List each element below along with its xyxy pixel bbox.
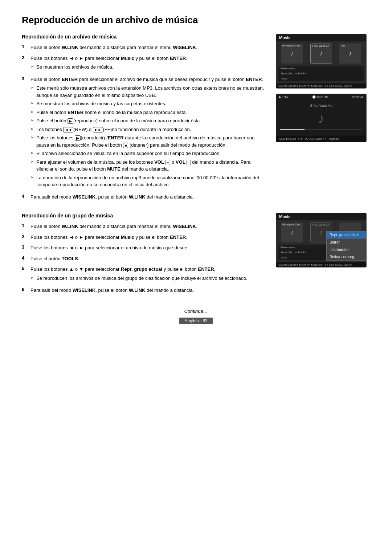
- dropdown-item-4[interactable]: Retirar con seg.: [327, 253, 366, 261]
- music-arriba: Arriba: [278, 76, 364, 81]
- group-pref-label: Preferencias: [281, 246, 295, 249]
- step-text-3: Pulse el botón ENTER para seleccionar el…: [30, 76, 269, 190]
- step-1: 1 Pulse el botón W.LINK del mando a dist…: [22, 44, 269, 51]
- tile1-label: IfEveryone Cant: [282, 44, 301, 47]
- playback-controls: USB ▶Pause ◄ ► TOOLS Opción ↩Regresar: [276, 136, 366, 142]
- sub-bullet-2-1: Se muestran los archivos de música.: [30, 64, 269, 71]
- play-time-icon: 🕐 00:01:15: [312, 95, 328, 99]
- group-tile1-label: IfEveryone Cant: [282, 223, 301, 226]
- playback-screen: ▶ 1/14 🕐 00:01:15 03:06:41 If You Want M…: [276, 94, 367, 142]
- step-text-4: Para salir del modo WISELINK, pulse el b…: [30, 193, 269, 201]
- section2-left: Reproducción de un grupo de música 1 Pul…: [22, 213, 269, 298]
- music-meta-bar: Título G N · J L F S F ·: [278, 71, 364, 76]
- s2-step-1: 1 Pulse el botón W.LINK del mando a dist…: [22, 223, 269, 230]
- s2-step-num-2: 2: [22, 234, 27, 239]
- sub-3-4: Pulse el botón ▶(reproducir) sobre el ic…: [30, 117, 269, 124]
- s2-step-text-1: Pulse el botón W.LINK del mando a distan…: [30, 223, 269, 230]
- tile2-label: If You Want Me: [312, 45, 329, 47]
- step-num-2: 2: [22, 55, 27, 60]
- screen1-body: IfEveryone Cant ♪ If You Want Me ♪ Lies …: [276, 41, 366, 83]
- s2-step-num-4: 4: [22, 255, 27, 261]
- step-text-1: Pulse el botón W.LINK del mando a distan…: [30, 44, 269, 51]
- screen1-bottom-text: USB ■Dispositivo ■Confi rm ■Selección ◄►…: [278, 85, 352, 87]
- screen1-bottom: USB ■Dispositivo ■Confi rm ■Selección ◄►…: [276, 83, 366, 88]
- s2-sub-5-1: Se reproducen los archivos de música del…: [30, 275, 269, 282]
- music-note-2: ♪: [319, 50, 323, 57]
- playback-controls-text: USB ▶Pause ◄ ► TOOLS Opción ↩Regresar: [279, 137, 339, 140]
- s2-step-text-3: Pulse los botones ◄ o ► para seleccionar…: [30, 244, 269, 252]
- group-music-screen: Music IfEveryone Cant ♪ If You Want Me ♪…: [276, 213, 367, 268]
- page-title: Reproducción de un archivo de música: [22, 15, 370, 26]
- dropdown-item-3[interactable]: Información: [327, 246, 366, 253]
- s2-step-text-4: Pulse el botón TOOLS.: [30, 255, 269, 262]
- group-tile-1: IfEveryone Cant ♪: [281, 222, 303, 242]
- step-4: 4 Para salir del modo WISELINK, pulse el…: [22, 193, 269, 201]
- step-2: 2 Pulse los botones ◄ o ► para seleccion…: [22, 55, 269, 72]
- tools-dropdown: Repr. grupo actual Borrar Información Re…: [326, 231, 366, 261]
- group-titulo: Título G N · J L F S F ·: [281, 251, 306, 254]
- s2-step-5: 5 Pulse los botones ▲ o ▼ para seleccion…: [22, 266, 269, 283]
- info-label: Preferencias: [281, 67, 295, 70]
- s2-step-num-1: 1: [22, 223, 27, 228]
- step-num-3: 3: [22, 76, 27, 81]
- music-tiles: IfEveryone Cant ♪ If You Want Me ♪ Lies …: [278, 44, 364, 64]
- s2-step-2: 2 Pulse los botones ◄ o ► para seleccion…: [22, 234, 269, 241]
- sub-3-5: Los botones ◄◄(REW) o ►►(FF)no funcionan…: [30, 126, 269, 133]
- s2-step-num-5: 5: [22, 266, 27, 271]
- s2-step-text-6: Para salir del modo WISELINK, pulse el b…: [30, 287, 269, 294]
- music-note-1: ♪: [290, 50, 294, 57]
- music-tile-1: IfEveryone Cant ♪: [281, 44, 303, 64]
- music-note-large: ♪: [318, 110, 325, 127]
- group-tile2-label: If You Want Me: [312, 224, 329, 226]
- sub-3-3: Pulse el botón ENTER sobre el icono de l…: [30, 109, 269, 116]
- section1-title: Reproducción de un archivo de música: [22, 34, 269, 40]
- section2-right: Music IfEveryone Cant ♪ If You Want Me ♪…: [276, 213, 370, 298]
- sub-3-8: Para ajustar el volumen de la música, pu…: [30, 159, 269, 173]
- progress-bar: [280, 129, 363, 130]
- playback-song-title: If You Want Me: [310, 104, 332, 107]
- step-num-1: 1: [22, 44, 27, 49]
- step-text-2: Pulse los botones ◄ o ► para seleccionar…: [30, 55, 269, 72]
- playback-top: ▶ 1/14 🕐 00:01:15 03:06:41: [276, 94, 366, 100]
- right-column: Music IfEveryone Cant ♪ If You Want Me ♪…: [276, 34, 370, 204]
- s2-step-3: 3 Pulse los botones ◄ o ► para seleccion…: [22, 244, 269, 252]
- section2-title: Reproducción de un grupo de música: [22, 213, 269, 219]
- dropdown-item-1[interactable]: Repr. grupo actual: [327, 232, 366, 239]
- play-indicator: ▶ 1/14: [279, 95, 288, 99]
- playback-body: If You Want Me ♪: [276, 100, 366, 136]
- page-number: English - 83: [179, 318, 212, 324]
- group-note-2: ♪: [319, 229, 323, 236]
- s2-step-text-5: Pulse los botones ▲ o ▼ para seleccionar…: [30, 266, 269, 283]
- sub-3-7: El archivo seleccionado se visualiza en …: [30, 150, 269, 157]
- music-tile-2: If You Want Me ♪: [310, 44, 332, 64]
- screen3-body: IfEveryone Cant ♪ If You Want Me ♪ ♪: [276, 220, 366, 262]
- music-note-3: ♪: [349, 50, 352, 57]
- group-note-1: ♪: [290, 229, 294, 236]
- dropdown-item-2[interactable]: Borrar: [327, 239, 366, 246]
- section1-content: Reproducción de un archivo de música 1 P…: [22, 34, 269, 204]
- music-info-bar: Preferencias: [278, 66, 364, 71]
- music-browser-screen: Music IfEveryone Cant ♪ If You Want Me ♪…: [276, 34, 367, 89]
- section2: Reproducción de un grupo de música 1 Pul…: [22, 213, 370, 298]
- sub-3-9: La duración de la reproducción de un arc…: [30, 174, 269, 188]
- step-3: 3 Pulse el botón ENTER para seleccionar …: [22, 76, 269, 190]
- screen1-header: Music: [276, 34, 366, 41]
- step-num-4: 4: [22, 193, 27, 199]
- tile3-label: Lies: [340, 44, 345, 47]
- sub-3-6: Pulse los botones ▶(reproducir) /ENTER d…: [30, 134, 269, 148]
- arriba-label: Arriba: [281, 77, 287, 80]
- screen3-bottom: USB ■Dispositivo ■Confi rm ■Selección ◄►…: [276, 262, 366, 267]
- sub-3-1: Este menú sólo muestra archivos con la e…: [30, 85, 269, 99]
- screen3-bottom-text: USB ■Dispositivo ■Confi rm ■Selección ◄►…: [278, 264, 352, 266]
- meta-titulo: Título G N · J L F S F ·: [281, 72, 306, 75]
- music-tile-3: Lies ♪: [339, 44, 361, 64]
- group-arriba-label: Arriba: [281, 256, 287, 259]
- s2-step-num-3: 3: [22, 244, 27, 250]
- screen3-header: Music: [276, 213, 366, 220]
- s2-step-num-6: 6: [22, 287, 27, 292]
- progress-fill: [280, 129, 305, 130]
- continua-text: Continúa…: [22, 309, 370, 314]
- play-total-time: 03:06:41: [352, 95, 363, 99]
- s2-step-text-2: Pulse los botones ◄ o ► para seleccionar…: [30, 234, 269, 241]
- page-number-wrapper: English - 83: [22, 318, 370, 324]
